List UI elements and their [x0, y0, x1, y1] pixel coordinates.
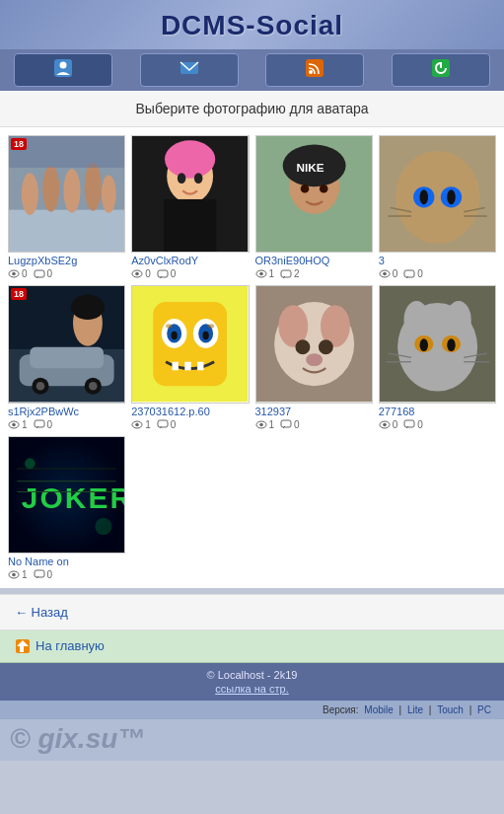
rss-icon [304, 57, 325, 84]
svg-point-112 [25, 458, 36, 469]
svg-point-13 [85, 163, 102, 211]
lite-link[interactable]: Lite [407, 704, 423, 715]
photo-stats: 1 0 [8, 419, 125, 430]
photo-stats: 1 0 [131, 419, 249, 430]
photo-stats: 0 0 [131, 268, 249, 279]
svg-point-87 [306, 353, 323, 366]
svg-point-59 [89, 382, 98, 391]
page-title: Выберите фотографию для аватара [136, 101, 369, 116]
comment-count: 0 [403, 419, 423, 430]
touch-link[interactable]: Touch [437, 704, 464, 715]
view-count: 0 [379, 268, 398, 279]
comment-count: 0 [34, 268, 53, 279]
svg-point-63 [12, 422, 16, 426]
comment-count: 0 [34, 569, 53, 580]
svg-point-94 [446, 301, 471, 338]
svg-point-61 [71, 295, 105, 321]
photo-stats: 1 2 [255, 268, 373, 279]
back-bar: ← Назад [0, 594, 504, 630]
nav-bar [0, 49, 504, 91]
photo-thumbnail [379, 135, 496, 253]
mobile-link[interactable]: Mobile [364, 704, 393, 715]
photo-thumbnail [131, 285, 249, 403]
photo-name: s1Rjx2PBwWc [8, 406, 125, 417]
page-title-bar: Выберите фотографию для аватара [0, 91, 504, 127]
home-link[interactable]: На главную [15, 638, 489, 654]
photo-name: OR3niE90HOQ [255, 255, 373, 266]
svg-rect-74 [185, 362, 191, 371]
svg-point-35 [259, 272, 263, 276]
photo-name: 3 [379, 255, 496, 266]
photo-thumbnail: 18 [8, 135, 125, 253]
photo-item[interactable]: 277168 0 0 [379, 285, 496, 429]
svg-text:JOKER: JOKER [22, 481, 124, 514]
svg-point-17 [12, 272, 16, 276]
svg-rect-116 [35, 570, 44, 577]
comment-count: 0 [403, 268, 423, 279]
svg-text:NIKE: NIKE [296, 161, 324, 174]
photo-name: LugzpXbSE2g [8, 255, 125, 266]
photo-thumbnail: 18 [8, 285, 125, 403]
svg-point-23 [178, 173, 186, 184]
back-link[interactable]: ← Назад [15, 605, 68, 620]
svg-rect-80 [158, 420, 168, 427]
profile-icon [52, 57, 74, 84]
photo-item[interactable]: 3 0 0 [379, 135, 496, 279]
svg-rect-27 [158, 270, 168, 277]
svg-rect-66 [154, 302, 228, 386]
photo-thumbnail [131, 135, 249, 253]
svg-rect-22 [164, 199, 216, 252]
photo-item[interactable]: Az0vClxRodY 0 0 [131, 135, 249, 279]
nav-power[interactable] [392, 53, 490, 87]
home-bar: На главную [0, 630, 504, 663]
photo-name: 277168 [379, 406, 496, 417]
footer: © Localhost - 2k19 ссылка на стр. [0, 663, 504, 701]
svg-point-10 [22, 173, 38, 215]
photo-thumbnail: JOKER [8, 436, 125, 554]
power-icon [430, 57, 452, 84]
photo-thumbnail: NIKE [255, 135, 373, 253]
photo-item[interactable]: 312937 1 0 [255, 285, 373, 429]
svg-point-98 [447, 339, 456, 352]
svg-point-113 [95, 518, 111, 535]
svg-point-12 [63, 169, 80, 213]
view-count: 1 [255, 419, 275, 430]
svg-point-24 [194, 173, 203, 184]
svg-point-93 [403, 301, 429, 338]
photo-item[interactable]: JOKER No Name on 1 0 [8, 436, 125, 580]
svg-point-4 [309, 70, 313, 74]
svg-point-21 [165, 140, 215, 178]
photo-thumbnail [255, 285, 373, 403]
svg-rect-3 [306, 59, 324, 77]
svg-point-50 [383, 272, 387, 276]
svg-point-38 [396, 151, 479, 244]
svg-rect-51 [404, 270, 414, 277]
pc-link[interactable]: PC [477, 704, 491, 715]
site-title: DCMS-Social [0, 10, 504, 41]
svg-point-77 [208, 325, 214, 329]
footer-page-link[interactable]: ссылка на стр. [215, 683, 289, 695]
nav-messages[interactable] [140, 53, 239, 87]
home-label: На главную [36, 638, 105, 653]
view-count: 0 [131, 268, 151, 279]
main-content: 18LugzpXbSE2g 0 0 Az0vClxRodY 0 [0, 127, 504, 588]
photo-item[interactable]: 18s1Rjx2PBwWc 1 0 [8, 285, 125, 429]
view-count: 1 [8, 569, 28, 580]
comment-count: 0 [34, 419, 53, 430]
photo-item[interactable]: 18LugzpXbSE2g 0 0 [8, 135, 125, 279]
photo-stats: 1 0 [255, 419, 373, 430]
photo-item[interactable]: 237031612.p.60 1 0 [131, 285, 249, 429]
nav-profile[interactable] [14, 53, 112, 87]
photo-grid: 18LugzpXbSE2g 0 0 Az0vClxRodY 0 [8, 135, 496, 580]
nav-feed[interactable] [265, 53, 364, 87]
view-count: 1 [255, 268, 275, 279]
svg-rect-73 [173, 362, 179, 371]
svg-point-32 [300, 185, 309, 193]
comment-count: 0 [157, 268, 177, 279]
svg-rect-90 [281, 420, 291, 427]
svg-rect-118 [20, 646, 24, 652]
svg-point-43 [419, 189, 428, 204]
photo-item[interactable]: NIKE OR3niE90HOQ 1 2 [255, 135, 373, 279]
home-icon [15, 638, 31, 654]
svg-point-86 [318, 340, 332, 355]
